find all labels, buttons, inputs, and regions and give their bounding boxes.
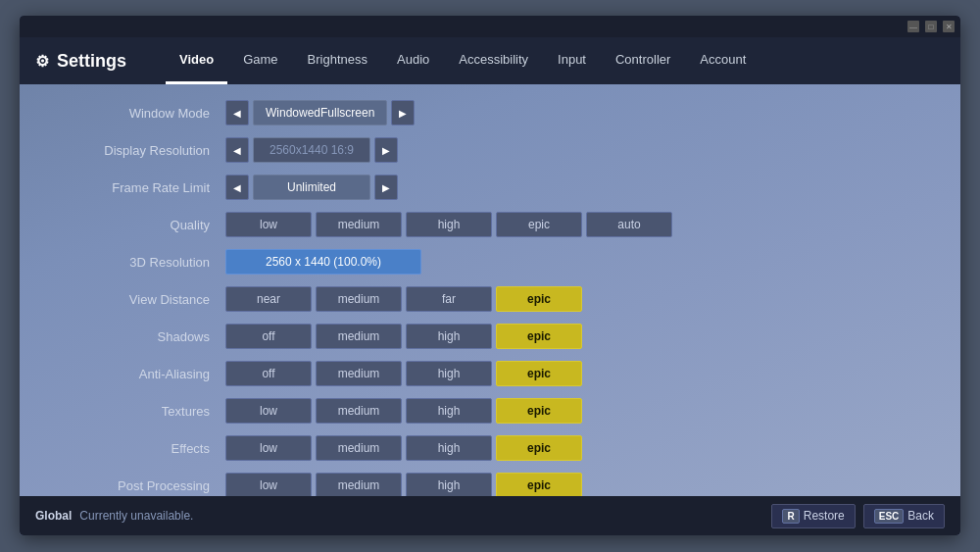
display-resolution-value: 2560x1440 16:9 <box>253 137 370 163</box>
shadows-control: off medium high epic <box>225 324 582 349</box>
display-resolution-next[interactable]: ▶ <box>374 137 398 163</box>
minimize-button[interactable]: — <box>907 21 919 32</box>
anti-aliasing-row: Anti-Aliasing off medium high epic <box>59 357 921 390</box>
display-resolution-prev[interactable]: ◀ <box>225 137 249 163</box>
post-processing-high[interactable]: high <box>406 473 492 496</box>
back-key: ESC <box>874 509 905 524</box>
effects-epic[interactable]: epic <box>496 435 582 461</box>
window-mode-row: Window Mode ◀ WindowedFullscreen ▶ <box>59 96 921 129</box>
window-mode-prev[interactable]: ◀ <box>225 100 249 125</box>
effects-label: Effects <box>59 441 225 456</box>
view-distance-label: View Distance <box>59 292 225 307</box>
quality-low[interactable]: low <box>225 212 312 237</box>
effects-control: low medium high epic <box>225 435 582 461</box>
tab-accessibility[interactable]: Accessibility <box>445 37 542 84</box>
anti-aliasing-control: off medium high epic <box>225 361 582 386</box>
view-distance-control: near medium far epic <box>225 286 582 312</box>
textures-control: low medium high epic <box>225 398 582 424</box>
tab-audio[interactable]: Audio <box>383 37 443 84</box>
back-button[interactable]: ESC Back <box>863 504 945 528</box>
post-processing-control: low medium high epic <box>225 473 582 496</box>
display-resolution-row: Display Resolution ◀ 2560x1440 16:9 ▶ <box>59 133 921 167</box>
3d-resolution-value: 2560 x 1440 (100.0%) <box>225 249 421 275</box>
view-distance-near[interactable]: near <box>225 286 312 312</box>
restore-label: Restore <box>804 509 845 523</box>
anti-aliasing-epic[interactable]: epic <box>496 361 582 386</box>
nav-tabs: Video Game Brightness Audio Accessibilit… <box>166 37 760 84</box>
3d-resolution-control: 2560 x 1440 (100.0%) <box>225 249 421 275</box>
header: ⚙ Settings Video Game Brightness Audio A… <box>20 37 960 84</box>
quality-control: low medium high epic auto <box>225 212 672 237</box>
frame-rate-prev[interactable]: ◀ <box>225 175 249 200</box>
restore-button[interactable]: R Restore <box>771 504 855 528</box>
frame-rate-row: Frame Rate Limit ◀ Unlimited ▶ <box>59 171 921 204</box>
frame-rate-value: Unlimited <box>253 175 370 200</box>
footer-left: Global Currently unavailable. <box>35 509 193 523</box>
shadows-high[interactable]: high <box>406 324 492 349</box>
textures-epic[interactable]: epic <box>496 398 582 424</box>
textures-high[interactable]: high <box>406 398 492 424</box>
display-resolution-control: ◀ 2560x1440 16:9 ▶ <box>225 137 398 163</box>
textures-row: Textures low medium high epic <box>59 394 921 427</box>
frame-rate-next[interactable]: ▶ <box>374 175 398 200</box>
maximize-button[interactable]: □ <box>925 21 937 32</box>
footer-status: Currently unavailable. <box>79 509 193 523</box>
settings-window: — □ ✕ ⚙ Settings Video Game Brightness A… <box>20 16 960 535</box>
quality-medium[interactable]: medium <box>316 212 402 237</box>
shadows-off[interactable]: off <box>225 324 312 349</box>
textures-medium[interactable]: medium <box>316 398 402 424</box>
view-distance-row: View Distance near medium far epic <box>59 282 921 316</box>
anti-aliasing-off[interactable]: off <box>225 361 312 386</box>
window-mode-label: Window Mode <box>59 106 225 121</box>
footer-right: R Restore ESC Back <box>771 504 945 528</box>
textures-low[interactable]: low <box>225 398 312 424</box>
textures-label: Textures <box>59 404 225 419</box>
app-title: ⚙ Settings <box>35 51 126 72</box>
post-processing-label: Post Processing <box>59 478 225 493</box>
view-distance-epic[interactable]: epic <box>496 286 582 312</box>
quality-row: Quality low medium high epic auto <box>59 208 921 241</box>
post-processing-epic[interactable]: epic <box>496 473 582 496</box>
frame-rate-label: Frame Rate Limit <box>59 180 225 195</box>
display-resolution-label: Display Resolution <box>59 143 225 158</box>
window-mode-next[interactable]: ▶ <box>391 100 415 125</box>
tab-input[interactable]: Input <box>544 37 600 84</box>
quality-high[interactable]: high <box>406 212 492 237</box>
effects-row: Effects low medium high epic <box>59 431 921 465</box>
quality-epic[interactable]: epic <box>496 212 582 237</box>
window-mode-control: ◀ WindowedFullscreen ▶ <box>225 100 415 125</box>
post-processing-low[interactable]: low <box>225 473 312 496</box>
footer: Global Currently unavailable. R Restore … <box>20 496 960 535</box>
close-button[interactable]: ✕ <box>943 21 955 32</box>
effects-medium[interactable]: medium <box>316 435 402 461</box>
post-processing-medium[interactable]: medium <box>316 473 402 496</box>
anti-aliasing-medium[interactable]: medium <box>316 361 402 386</box>
quality-label: Quality <box>59 218 225 232</box>
tab-game[interactable]: Game <box>229 37 291 84</box>
3d-resolution-label: 3D Resolution <box>59 255 225 270</box>
quality-auto[interactable]: auto <box>586 212 672 237</box>
view-distance-far[interactable]: far <box>406 286 492 312</box>
post-processing-row: Post Processing low medium high epic <box>59 469 921 496</box>
tab-account[interactable]: Account <box>686 37 760 84</box>
anti-aliasing-high[interactable]: high <box>406 361 492 386</box>
settings-icon: ⚙ <box>35 52 49 71</box>
titlebar: — □ ✕ <box>20 16 960 37</box>
tab-video[interactable]: Video <box>166 37 227 84</box>
tab-controller[interactable]: Controller <box>602 37 684 84</box>
anti-aliasing-label: Anti-Aliasing <box>59 367 225 381</box>
effects-high[interactable]: high <box>406 435 492 461</box>
3d-resolution-row: 3D Resolution 2560 x 1440 (100.0%) <box>59 245 921 278</box>
shadows-medium[interactable]: medium <box>316 324 402 349</box>
footer-scope: Global <box>35 509 72 523</box>
shadows-label: Shadows <box>59 329 225 344</box>
shadows-epic[interactable]: epic <box>496 324 582 349</box>
frame-rate-control: ◀ Unlimited ▶ <box>225 175 398 200</box>
shadows-row: Shadows off medium high epic <box>59 320 921 353</box>
view-distance-medium[interactable]: medium <box>316 286 402 312</box>
window-mode-value: WindowedFullscreen <box>253 100 387 125</box>
main-content: Window Mode ◀ WindowedFullscreen ▶ Displ… <box>20 84 960 496</box>
effects-low[interactable]: low <box>225 435 312 461</box>
tab-brightness[interactable]: Brightness <box>294 37 381 84</box>
back-label: Back <box>907 509 934 523</box>
